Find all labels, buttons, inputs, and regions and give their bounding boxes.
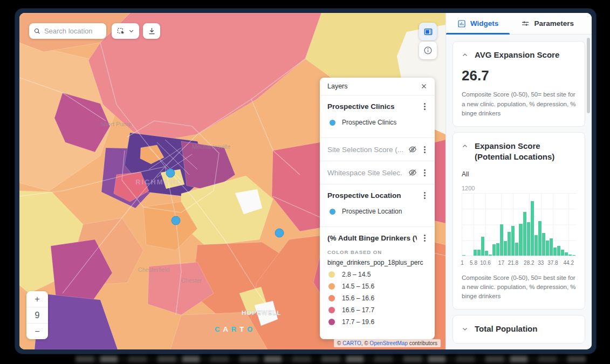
layer-item-prospective-clinics: Prospective Clinics Prospective Clinics <box>320 95 435 138</box>
x-tick-label: 1 <box>461 260 464 266</box>
histogram-bar[interactable] <box>492 244 496 256</box>
class-label: 17.7 – 19.6 <box>342 318 374 326</box>
x-tick-label: 10.6 <box>480 260 490 266</box>
kebab-menu-icon[interactable] <box>424 195 426 196</box>
clinic-marker[interactable] <box>172 216 180 225</box>
histogram-bar[interactable] <box>542 233 545 256</box>
class-swatch <box>328 271 335 278</box>
histogram-bar[interactable] <box>474 250 477 255</box>
x-tick-label: 5.8 <box>470 260 477 266</box>
histogram-bar[interactable] <box>496 243 499 256</box>
histogram-bar[interactable] <box>519 224 522 256</box>
histogram-bar[interactable] <box>504 241 507 255</box>
histogram-bars <box>462 193 576 256</box>
choropleth-class-row: 2.8 – 14.5 <box>327 271 427 278</box>
histogram-bar[interactable] <box>523 212 526 255</box>
tab-parameters[interactable]: Parameters <box>510 13 585 34</box>
histogram-bar[interactable] <box>557 246 560 256</box>
download-button[interactable] <box>143 23 160 39</box>
class-label: 15.6 – 16.6 <box>342 294 374 302</box>
chevron-down-icon <box>128 28 134 34</box>
histogram-bar[interactable] <box>550 238 553 255</box>
map-canvas[interactable]: Short Pump Mechanicsville RICHMOND Chest… <box>19 13 445 349</box>
polygon-select-icon <box>116 27 125 35</box>
widget-header[interactable]: Expansion Score (Potential Locations) <box>462 141 576 163</box>
label-richmond: RICHMOND <box>135 178 183 186</box>
histogram-bar[interactable] <box>485 251 488 255</box>
histogram-bar[interactable] <box>511 226 515 255</box>
clinic-marker[interactable] <box>166 169 175 177</box>
label-chester: Chester <box>181 277 202 284</box>
tab-label: Parameters <box>534 19 574 28</box>
class-label: 16.6 – 17.7 <box>342 306 374 314</box>
histogram-bar[interactable] <box>462 255 465 256</box>
histogram-bar[interactable] <box>527 222 530 256</box>
kebab-menu-icon[interactable] <box>424 106 426 107</box>
histogram-bar[interactable] <box>534 235 538 256</box>
download-icon <box>148 27 156 35</box>
histogram-filter-label[interactable]: All <box>462 170 576 178</box>
histogram-bar[interactable] <box>515 243 518 256</box>
histogram-bar[interactable] <box>481 237 484 256</box>
label-hopewell: HOPEWELL <box>242 310 281 316</box>
kebab-menu-icon[interactable] <box>424 237 426 239</box>
legend-panel-button[interactable] <box>419 23 437 40</box>
visibility-off-icon[interactable] <box>408 145 417 154</box>
histogram-bar[interactable] <box>553 248 557 255</box>
kebab-menu-icon[interactable] <box>424 149 426 150</box>
color-based-on-heading: COLOR BASED ON <box>327 249 427 255</box>
chevron-down-icon <box>462 326 468 332</box>
histogram-bar[interactable] <box>489 255 492 255</box>
visibility-off-icon[interactable] <box>408 168 417 177</box>
choropleth-class-row: 17.7 – 19.6 <box>327 318 427 326</box>
clinic-marker[interactable] <box>275 229 284 237</box>
zoom-in-button[interactable]: + <box>26 291 48 307</box>
zoom-control: + 9 − <box>26 291 48 339</box>
kebab-menu-icon[interactable] <box>424 172 426 174</box>
histogram-bar[interactable] <box>500 224 503 256</box>
widget-expansion-score-histogram: Expansion Score (Potential Locations) Al… <box>453 132 585 310</box>
search-input[interactable] <box>44 27 101 35</box>
color-based-on-field: binge_drinkers_pop_18plus_perc <box>327 259 427 266</box>
histogram-bar[interactable] <box>508 232 511 255</box>
class-swatch <box>328 295 335 301</box>
widget-description: Composite Score (0-50), 50= best site fo… <box>462 273 576 301</box>
histogram-bar[interactable] <box>568 255 572 256</box>
histogram-bar[interactable] <box>477 250 481 256</box>
widget-value: 26.7 <box>462 67 576 84</box>
info-button[interactable] <box>419 42 437 59</box>
layer-item-prospective-location: Prospective Location Prospective Locatio… <box>320 184 435 227</box>
widget-header[interactable]: AVG Expansion Score <box>462 50 576 60</box>
point-legend-swatch <box>330 209 335 215</box>
widget-title: Total Population <box>475 324 537 334</box>
histogram-bar[interactable] <box>538 221 542 255</box>
label-chesterfield: Chesterfield <box>138 266 170 273</box>
label-mechanicsville: Mechanicsville <box>192 143 231 150</box>
carto-link[interactable]: CARTO <box>342 340 361 346</box>
x-tick-label: 17 <box>498 260 504 266</box>
histogram-bar[interactable] <box>531 201 534 256</box>
widget-header[interactable]: Total Population <box>462 324 576 334</box>
zoom-out-button[interactable]: − <box>26 323 48 339</box>
carto-watermark: CARTO <box>215 325 256 333</box>
histogram-bar[interactable] <box>572 255 575 256</box>
class-swatch <box>328 307 335 313</box>
select-tool-button[interactable] <box>112 23 139 39</box>
choropleth-class-row: 16.6 – 17.7 <box>327 306 427 314</box>
close-icon[interactable] <box>421 83 427 90</box>
class-label: 2.8 – 14.5 <box>342 271 371 278</box>
histogram-bar[interactable] <box>565 252 568 256</box>
layer-name: Whitespace Site Selec... <box>327 169 403 177</box>
openstreetmap-link[interactable]: OpenStreetMap <box>369 340 408 346</box>
search-box[interactable] <box>29 23 106 39</box>
widget-list: AVG Expansion Score 26.7 Composite Score… <box>446 35 592 349</box>
x-tick-label: 21.8 <box>508 260 518 266</box>
sidebar-scrollbar[interactable] <box>587 38 590 113</box>
histogram-bar[interactable] <box>546 241 549 256</box>
tab-widgets[interactable]: Widgets <box>446 13 510 34</box>
screen: Short Pump Mechanicsville RICHMOND Chest… <box>0 0 610 364</box>
background-dock-blur <box>76 356 586 362</box>
layer-name: Prospective Location <box>327 191 417 200</box>
layer-item-binge-drinkers: (% Adult Binge Drinkers (V... COLOR BASE… <box>320 227 435 333</box>
histogram-bar[interactable] <box>561 250 564 255</box>
